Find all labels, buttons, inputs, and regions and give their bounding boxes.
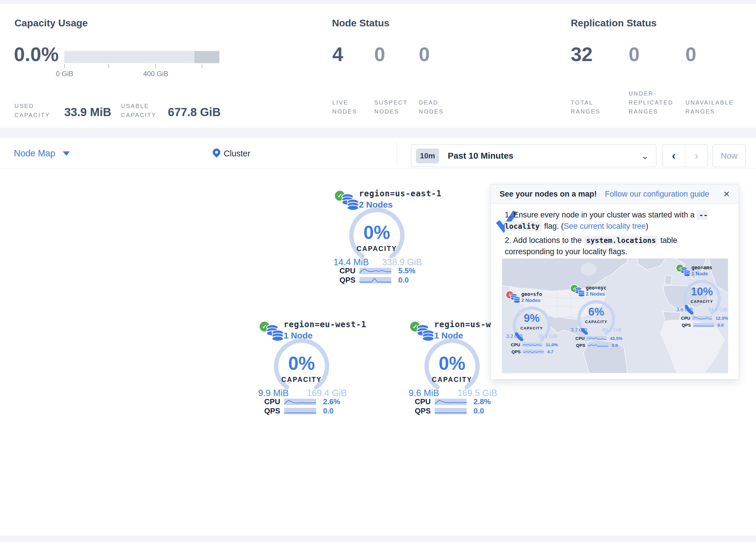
cpu-label: CPU — [409, 397, 435, 406]
prev-time-window-button[interactable]: ‹ — [663, 145, 685, 167]
cpu-value: 11.0% — [542, 342, 558, 347]
capacity-label: CAPACITY — [506, 326, 558, 330]
qps-sparkline — [435, 408, 467, 414]
replication-status-title: Replication Status — [571, 17, 657, 29]
capacity-axis-label-0: 0 GiB — [56, 70, 73, 78]
region-node-us-east-1[interactable]: ✓ region=us-east-1 2 Nodes 0% CAPACITY 1… — [316, 187, 438, 288]
popup-step-1: 1. Ensure every node in your cluster was… — [505, 209, 728, 232]
now-button[interactable]: Now — [713, 144, 746, 167]
capacity-total-value: 34.4 GiB — [708, 307, 727, 313]
time-range-label: Past 10 Minutes — [448, 151, 513, 161]
popup-header: See your nodes on a map! Follow our conf… — [491, 184, 739, 204]
close-icon[interactable]: ✕ — [723, 189, 730, 199]
cpu-sparkline — [522, 343, 542, 347]
step-text: flag. ( — [542, 222, 564, 230]
total-ranges-value: 32 — [571, 44, 593, 64]
locality-node-count: 1 Node — [691, 271, 708, 277]
next-time-window-button[interactable]: › — [685, 145, 708, 167]
qps-label: QPS — [574, 343, 588, 348]
capacity-used-value: 14.4 MiB — [333, 257, 369, 267]
summary-panel: Capacity Usage 0.0% 0 GiB 400 GiB USED C… — [0, 4, 756, 128]
chevron-down-icon: ⌄ — [641, 151, 649, 161]
time-window-nav: ‹ › — [662, 144, 708, 167]
cpu-value: 2.8% — [467, 397, 491, 406]
capacity-total-value: 35.1 GiB — [538, 334, 557, 339]
capacity-used-value: 3.7 GiB — [571, 327, 587, 333]
qps-sparkline — [693, 323, 714, 327]
cpu-sparkline — [587, 336, 607, 341]
cpu-sparkline — [435, 399, 467, 405]
cpu-value: 12.3% — [712, 316, 728, 321]
used-capacity-stat: USED CAPACITY 33.9 MiB — [14, 102, 111, 120]
dead-nodes-label: DEAD NODES — [419, 98, 454, 116]
capacity-percent: 0% — [241, 353, 362, 374]
map-node-geo-ams[interactable]: ✓ geo=ams 1 Node 10% CAPACITY 3.6 GiB 34… — [676, 264, 728, 334]
capacity-percent: 0% — [316, 222, 438, 243]
capacity-label: CAPACITY — [241, 376, 362, 384]
node-status-title: Node Status — [332, 17, 389, 29]
suspect-nodes-label: SUSPECT NODES — [374, 98, 415, 116]
caret-down-icon — [63, 151, 70, 156]
capacity-axis-label-400: 400 GiB — [143, 70, 168, 78]
breadcrumb[interactable]: Cluster — [213, 138, 250, 169]
cpu-sparkline — [284, 399, 316, 405]
usable-capacity-value: 677.8 GiB — [168, 106, 221, 119]
time-range-badge: 10m — [416, 148, 439, 163]
qps-label: QPS — [409, 407, 435, 416]
region-node-eu-west-1[interactable]: ✓ region=eu-west-1 1 Node 0% CAPACITY 9.… — [241, 319, 362, 418]
map-node-geo-sfo[interactable]: 1 geo=sfo 2 Nodes 9% CAPACITY 3.2 GiB 35… — [506, 291, 558, 360]
configuration-guide-link[interactable]: Follow our configuration guide — [605, 190, 709, 198]
bottom-strip — [0, 536, 756, 542]
cpu-value: 42.5% — [606, 336, 622, 341]
region-label: region=us-east-1 — [359, 189, 442, 198]
map-node-geo-nyc[interactable]: ✓ geo=nyc 2 Nodes 6% CAPACITY 3.7 GiB 65… — [570, 284, 622, 354]
qps-sparkline — [359, 277, 391, 284]
capacity-label: CAPACITY — [316, 245, 438, 253]
cpu-sparkline — [359, 268, 391, 274]
qps-value: 0.0 — [391, 276, 409, 285]
step-text: Add locations to the — [513, 236, 584, 245]
capacity-label: CAPACITY — [570, 320, 622, 324]
step-number: 1. — [505, 210, 511, 219]
cpu-label: CPU — [258, 397, 284, 406]
qps-value: 0.0 — [608, 343, 618, 348]
qps-label: QPS — [333, 276, 359, 285]
view-selector-dropdown[interactable]: Node Map — [14, 138, 70, 169]
cpu-label: CPU — [510, 342, 522, 347]
locality-node-count: 2 Nodes — [521, 298, 540, 304]
capacity-axis-tick — [202, 64, 202, 68]
unavailable-ranges-value: 0 — [685, 44, 696, 64]
capacity-used-value: 3.2 GiB — [506, 334, 523, 339]
usable-capacity-stat: USABLE CAPACITY 677.8 GiB — [121, 102, 221, 120]
locality-node-count: 2 Nodes — [586, 291, 605, 297]
location-pin-icon — [211, 147, 222, 158]
region-label: region=eu-west-1 — [284, 320, 366, 329]
capacity-label: CAPACITY — [676, 300, 728, 304]
top-strip — [0, 0, 756, 4]
view-toolbar: Node Map Cluster 10m Past 10 Minutes ⌄ ‹… — [0, 137, 756, 169]
capacity-used-value: 3.6 GiB — [676, 307, 693, 313]
live-nodes-label: LIVE NODES — [332, 98, 367, 116]
cpu-label: CPU — [574, 336, 587, 341]
total-ranges-label: TOTAL RANGES — [571, 98, 608, 116]
database-icon — [574, 287, 585, 297]
capacity-total-value: 169.5 GiB — [457, 388, 497, 398]
capacity-axis-tick — [64, 64, 65, 68]
locality-tree-link[interactable]: See current locality tree — [564, 222, 646, 230]
capacity-total-value: 65.7 GiB — [603, 327, 622, 333]
locality-label: geo=sfo — [521, 291, 542, 297]
system-locations-code: system.locations — [584, 236, 658, 245]
capacity-total-value: 169.4 GiB — [307, 388, 347, 398]
time-range-select[interactable]: 10m Past 10 Minutes ⌄ — [411, 144, 656, 167]
live-nodes-value: 4 — [332, 44, 343, 64]
locality-label: geo=ams — [691, 264, 712, 270]
popup-step-2: 2. Add locations to the system.locations… — [505, 235, 728, 257]
qps-value: 4.7 — [544, 349, 553, 354]
cpu-value: 2.6% — [316, 397, 340, 406]
database-icon — [680, 266, 691, 277]
world-map: 1 geo=sfo 2 Nodes 9% CAPACITY 3.2 GiB 35… — [502, 258, 728, 373]
qps-value: 0.0 — [316, 407, 333, 416]
qps-sparkline — [523, 350, 544, 354]
suspect-nodes-value: 0 — [374, 44, 385, 64]
breadcrumb-label: Cluster — [224, 149, 250, 158]
